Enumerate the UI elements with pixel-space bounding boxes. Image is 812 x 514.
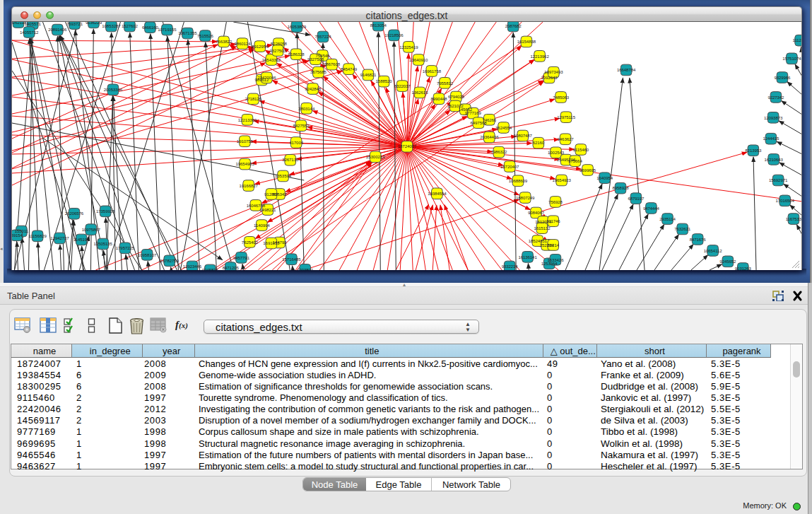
svg-text:8322037: 8322037 [394,83,411,88]
svg-text:1640954: 1640954 [596,175,613,180]
svg-text:25300213: 25300213 [366,154,385,159]
svg-text:16648784: 16648784 [617,67,636,72]
svg-text:20364436: 20364436 [480,134,499,139]
svg-text:8958928: 8958928 [613,185,630,190]
svg-text:7693721: 7693721 [66,22,83,26]
svg-text:8471676: 8471676 [690,237,707,242]
svg-text:9463627: 9463627 [558,136,575,141]
svg-text:10807487: 10807487 [514,133,533,138]
svg-text:14055712: 14055712 [20,30,39,35]
svg-text:1405571: 1405571 [25,22,42,26]
svg-text:16782759: 16782759 [160,258,180,263]
svg-text:3267130: 3267130 [282,157,299,162]
svg-text:1002543: 1002543 [548,150,565,155]
svg-text:6794028: 6794028 [448,94,465,99]
svg-text:7986322: 7986322 [490,149,507,154]
svg-text:1588520: 1588520 [376,78,393,83]
svg-text:18807249: 18807249 [516,195,535,200]
svg-text:12505135: 12505135 [94,241,113,246]
svg-text:8912954: 8912954 [252,44,269,49]
svg-text:1092643: 1092643 [541,75,558,80]
svg-text:17016504: 17016504 [776,198,795,203]
svg-text:1633426: 1633426 [547,257,564,262]
svg-text:2935114: 2935114 [659,216,676,221]
svg-text:7485063: 7485063 [553,95,570,100]
svg-text:16961758: 16961758 [423,69,442,74]
svg-text:9860124: 9860124 [234,41,251,46]
svg-text:8226058: 8226058 [271,41,288,46]
svg-text:912867: 912867 [264,192,278,197]
svg-text:13640910: 13640910 [409,57,428,62]
svg-text:10654112: 10654112 [704,248,723,253]
svg-text:62160: 62160 [533,140,545,145]
svg-text:8990448: 8990448 [431,96,448,101]
svg-text:9329966: 9329966 [774,75,791,80]
svg-text:23420046: 23420046 [257,75,276,80]
svg-text:9699695: 9699695 [579,168,596,173]
svg-text:7625402: 7625402 [242,240,259,245]
svg-text:12213369: 12213369 [238,117,257,122]
svg-text:6497568: 6497568 [471,120,488,125]
svg-text:6466160: 6466160 [142,25,159,30]
svg-text:20891406: 20891406 [48,27,67,32]
svg-text:39154: 39154 [12,233,23,238]
svg-text:1910755: 1910755 [237,139,254,144]
svg-text:975664: 975664 [568,158,582,163]
svg-text:18724007: 18724007 [398,144,417,148]
svg-text:12942737: 12942737 [50,235,69,240]
svg-text:12975115: 12975115 [557,115,576,119]
svg-text:9245652: 9245652 [719,259,736,264]
svg-text:12923446: 12923446 [183,264,202,269]
svg-text:2087682: 2087682 [505,23,522,28]
svg-text:9031263: 9031263 [735,266,752,270]
svg-text:8454749: 8454749 [341,66,358,71]
svg-text:15716485: 15716485 [282,257,301,262]
svg-text:1167533: 1167533 [786,216,802,221]
svg-text:1244415: 1244415 [763,136,779,141]
svg-text:16053809: 16053809 [288,24,307,29]
svg-text:9457791: 9457791 [233,255,250,260]
svg-text:8186328: 8186328 [288,52,305,57]
svg-text:1353594: 1353594 [275,173,292,178]
svg-text:1140994: 1140994 [254,223,270,228]
svg-text:9146821: 9146821 [360,72,377,77]
svg-text:2803144: 2803144 [298,106,315,111]
svg-text:9474444: 9474444 [643,206,660,211]
svg-text:17957225: 17957225 [116,245,135,250]
svg-text:1498221: 1498221 [259,207,276,212]
svg-text:16154838: 16154838 [517,39,536,44]
svg-text:15692971: 15692971 [769,177,788,182]
svg-text:9084067: 9084067 [528,210,545,215]
svg-text:10719155: 10719155 [158,27,177,32]
svg-text:19384554: 19384554 [428,191,447,196]
svg-text:12213962: 12213962 [530,54,549,59]
svg-text:19166827: 19166827 [240,183,259,188]
svg-text:417004: 417004 [289,140,303,145]
svg-text:9115460: 9115460 [573,147,589,152]
svg-text:3624554: 3624554 [495,125,512,130]
svg-text:10973493: 10973493 [544,69,563,74]
svg-text:101746: 101746 [546,218,560,223]
svg-text:19654983: 19654983 [235,161,254,166]
svg-text:1293801: 1293801 [297,267,314,270]
svg-text:1112864: 1112864 [793,37,802,42]
svg-text:7955812: 7955812 [437,81,454,86]
svg-text:7632621: 7632621 [674,226,691,231]
svg-text:26206576: 26206576 [65,211,84,216]
svg-text:9327508: 9327508 [307,57,324,62]
svg-text:1527602: 1527602 [122,23,139,28]
svg-text:7557224: 7557224 [315,34,332,39]
svg-text:16543362: 16543362 [262,57,281,62]
svg-text:12325419: 12325419 [399,45,418,49]
svg-text:9332214: 9332214 [502,264,519,269]
svg-text:16210643: 16210643 [765,157,784,162]
svg-text:9245871: 9245871 [202,267,219,270]
svg-text:1691033: 1691033 [263,240,280,245]
svg-text:15720407: 15720407 [500,164,519,169]
svg-text:9242848: 9242848 [305,86,322,91]
svg-text:8813054: 8813054 [370,23,387,28]
svg-text:1362615: 1362615 [411,90,428,95]
svg-text:19654923: 19654923 [553,177,572,182]
svg-text:10975867: 10975867 [82,227,101,232]
svg-text:9327503: 9327503 [270,48,287,53]
